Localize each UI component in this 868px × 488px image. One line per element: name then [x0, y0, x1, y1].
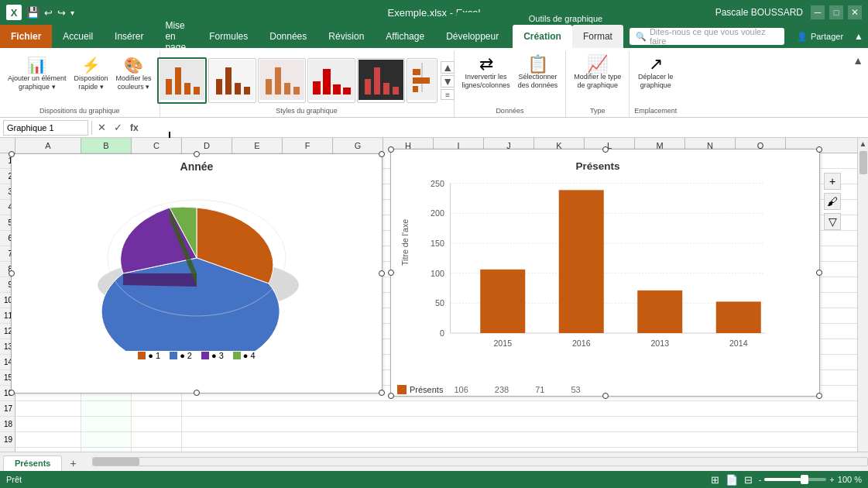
- save-icon[interactable]: 💾: [26, 6, 39, 19]
- chart-filter-icon[interactable]: ▽: [824, 213, 841, 230]
- col-header-d[interactable]: D: [182, 138, 232, 153]
- tab-revision[interactable]: Révision: [317, 25, 375, 48]
- svg-rect-10: [284, 83, 290, 95]
- row-num-19[interactable]: 19: [0, 432, 15, 448]
- cancel-formula-icon[interactable]: ✕: [95, 122, 108, 133]
- share-button[interactable]: 👤 Déplacer le graphique Partager: [791, 25, 849, 48]
- svg-text:2014: 2014: [729, 339, 748, 348]
- row-num-17[interactable]: 17: [0, 401, 15, 417]
- tab-accueil[interactable]: Accueil: [52, 25, 104, 48]
- svg-rect-2: [184, 83, 190, 95]
- col-header-e[interactable]: E: [232, 138, 283, 153]
- chart-style-6[interactable]: [407, 58, 437, 103]
- svg-text:Présents: Présents: [575, 160, 619, 172]
- bar-resize-tl[interactable]: [388, 146, 394, 153]
- svg-rect-11: [293, 87, 300, 95]
- resize-handle-tm[interactable]: [194, 151, 200, 157]
- svg-rect-21: [413, 69, 420, 75]
- svg-text:2013: 2013: [650, 339, 669, 348]
- share-icon: 👤: [797, 32, 808, 42]
- svg-rect-23: [413, 86, 418, 92]
- resize-handle-br[interactable]: [379, 390, 385, 396]
- resize-handle-mr[interactable]: [379, 270, 385, 277]
- outils-label: Outils de graphique: [457, 12, 674, 25]
- zoom-slider[interactable]: [764, 478, 826, 481]
- modifier-type-label: Modifier le typede graphique: [574, 73, 621, 90]
- tab-mise-en-page[interactable]: Mise en page: [154, 25, 198, 48]
- maximize-button[interactable]: □: [829, 5, 843, 19]
- name-box[interactable]: Graphique 1: [3, 120, 88, 136]
- bar-resize-mr[interactable]: [816, 270, 822, 276]
- resize-handle-ml[interactable]: [9, 270, 15, 277]
- svg-rect-9: [275, 67, 281, 95]
- resize-handle-tl[interactable]: [9, 151, 15, 157]
- modifier-couleurs-icon: 🎨: [124, 56, 143, 74]
- close-button[interactable]: ✕: [848, 5, 862, 19]
- formula-input[interactable]: [144, 120, 865, 136]
- vertical-scrollbar[interactable]: ▲: [857, 138, 868, 457]
- resize-handle-tr[interactable]: [379, 151, 385, 157]
- tab-developpeur[interactable]: Développeur: [435, 25, 509, 48]
- svg-rect-17: [374, 67, 380, 95]
- inververtir-button[interactable]: ⇄ Inververtir leslignes/colonnes: [459, 54, 513, 91]
- confirm-formula-icon[interactable]: ✓: [112, 122, 125, 133]
- scroll-up-icon[interactable]: ▲: [859, 139, 867, 148]
- chart-filter-add-icon[interactable]: +: [824, 173, 841, 190]
- scroll-handle[interactable]: [859, 151, 867, 174]
- row-num-18[interactable]: 18: [0, 417, 15, 432]
- add-sheet-button[interactable]: +: [63, 455, 82, 471]
- disposition-rapide-button[interactable]: ⚡ Dispositionrapide ▾: [71, 54, 112, 93]
- chart-style-4[interactable]: [307, 58, 355, 103]
- redo-icon[interactable]: ↪: [57, 7, 66, 19]
- status-left: Prêt: [6, 475, 22, 484]
- svg-rect-4: [216, 79, 222, 95]
- chart-brush-icon[interactable]: 🖌: [824, 193, 841, 210]
- insert-function-icon[interactable]: fx: [128, 122, 141, 133]
- ajouter-element-button[interactable]: 📊 Ajouter un élémentgraphique ▾: [5, 54, 70, 93]
- svg-rect-18: [383, 83, 389, 95]
- svg-text:100: 100: [431, 269, 444, 278]
- svg-rect-44: [637, 290, 682, 333]
- bar-resize-tm[interactable]: [602, 146, 609, 153]
- ribbon-collapse-icon[interactable]: ▲: [849, 25, 868, 48]
- svg-rect-14: [333, 84, 341, 95]
- deplacer-graphique-button[interactable]: ↗ Déplacer legraphique: [635, 54, 677, 91]
- tab-fichier[interactable]: Fichier: [0, 25, 52, 48]
- resize-handle-bm[interactable]: [194, 390, 200, 396]
- search-box[interactable]: 🔍 Dites-nous ce que vous voulez faire: [630, 28, 784, 45]
- view-page-break-icon[interactable]: ⊟: [744, 474, 753, 486]
- status-bar: Prêt ⊞ 📄 ⊟ - + 100 %: [0, 471, 868, 488]
- table-row: 18: [0, 417, 857, 432]
- tab-format[interactable]: Format: [572, 25, 623, 48]
- tab-inserer[interactable]: Insérer: [104, 25, 154, 48]
- minimize-button[interactable]: ─: [811, 5, 825, 19]
- modifier-type-button[interactable]: 📈 Modifier le typede graphique: [571, 54, 624, 91]
- bar-resize-tr[interactable]: [816, 146, 822, 153]
- col-header-b[interactable]: B: [81, 138, 132, 153]
- bar-chart-container[interactable]: + 🖌 ▽ Présents 0: [390, 149, 820, 397]
- selectionner-donnees-button[interactable]: 📋 Sélectionnerdes données: [515, 54, 561, 91]
- ribbon-collapse-arrow[interactable]: ▲: [848, 51, 868, 70]
- pie-chart-container[interactable]: Année: [11, 153, 383, 393]
- resize-handle-bl[interactable]: [9, 390, 15, 396]
- view-layout-icon[interactable]: 📄: [726, 474, 738, 486]
- tab-formules[interactable]: Formules: [198, 25, 259, 48]
- undo-icon[interactable]: ↩: [44, 7, 53, 19]
- chart-style-1[interactable]: [157, 57, 207, 104]
- col-header-a[interactable]: A: [15, 138, 81, 153]
- col-header-c[interactable]: C: [132, 138, 182, 153]
- chart-style-5[interactable]: [357, 58, 405, 103]
- bar-legend-label: Présents: [410, 385, 443, 394]
- chart-style-2[interactable]: [208, 58, 256, 103]
- view-normal-icon[interactable]: ⊞: [711, 474, 719, 486]
- quick-access-dropdown-icon[interactable]: ▾: [70, 9, 74, 17]
- tab-donnees[interactable]: Données: [259, 25, 317, 48]
- bar-resize-ml[interactable]: [388, 270, 394, 276]
- col-header-g[interactable]: G: [333, 138, 383, 153]
- modifier-couleurs-button[interactable]: 🎨 Modifier lescouleurs ▾: [113, 54, 155, 93]
- sheet-tab-presents[interactable]: Présents: [3, 455, 62, 471]
- col-header-f[interactable]: F: [283, 138, 333, 153]
- chart-style-3[interactable]: [258, 58, 306, 103]
- tab-creation[interactable]: Création: [513, 25, 572, 48]
- tab-affichage[interactable]: Affichage: [375, 25, 435, 48]
